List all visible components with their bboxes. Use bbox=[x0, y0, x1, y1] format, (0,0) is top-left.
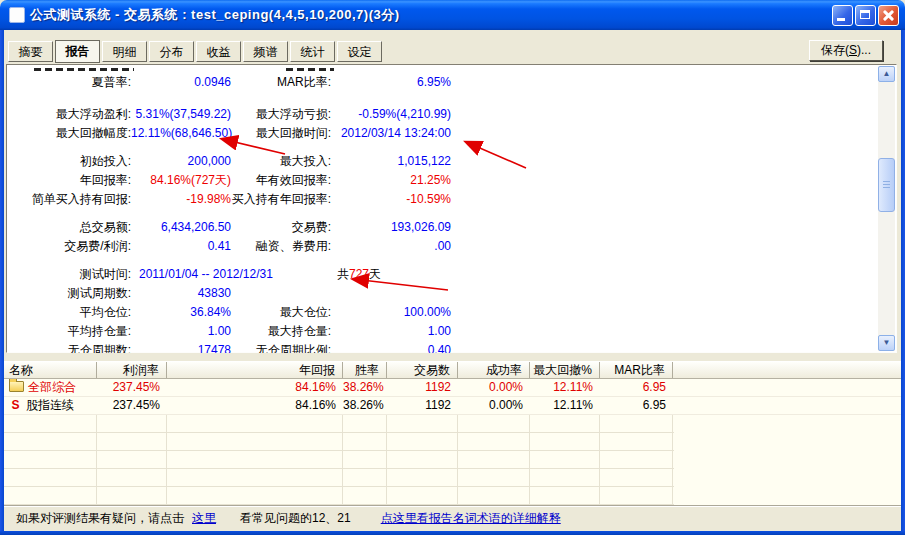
stat-value: 43830 bbox=[131, 284, 231, 303]
empty-cell bbox=[387, 451, 458, 468]
stat-value: 1.00 bbox=[331, 322, 451, 341]
empty-cell bbox=[530, 469, 600, 486]
stat-label: 平均持仓量: bbox=[9, 322, 131, 341]
cell: 237.45% bbox=[97, 379, 167, 396]
empty-cell bbox=[530, 433, 600, 450]
tab-1[interactable]: 报告 bbox=[55, 40, 100, 63]
empty-cell bbox=[387, 433, 458, 450]
row-name: 股指连续 bbox=[26, 398, 74, 412]
vertical-scrollbar[interactable]: ▲ ▼ bbox=[878, 66, 895, 351]
column-header-5[interactable]: 成功率 bbox=[458, 362, 530, 378]
stats-row: 初始投入:200,000最大投入:1,015,122 bbox=[9, 152, 876, 171]
stat-value: 1.00 bbox=[131, 322, 231, 341]
empty-cell bbox=[343, 433, 387, 450]
empty-cell bbox=[387, 415, 458, 432]
stat-value: 12.11%(68,646.50) bbox=[131, 124, 231, 143]
empty-row bbox=[4, 451, 674, 469]
empty-cell bbox=[343, 487, 387, 504]
column-header-2[interactable]: 年回报 bbox=[167, 362, 343, 378]
name-cell: 全部综合 bbox=[4, 379, 97, 396]
tab-6[interactable]: 统计 bbox=[290, 41, 335, 62]
cell: 0.00% bbox=[458, 379, 530, 396]
tab-4[interactable]: 收益 bbox=[196, 41, 241, 62]
tab-0[interactable]: 摘要 bbox=[8, 41, 53, 62]
stat-value: 84.16%(727天) bbox=[131, 171, 231, 190]
stat-label: 测试周期数: bbox=[9, 284, 131, 303]
stat-value-seg: 727 bbox=[349, 267, 369, 281]
stat-label: 最大持仓量: bbox=[231, 322, 331, 341]
tab-2[interactable]: 明细 bbox=[102, 41, 147, 62]
stat-value-seg: 天 bbox=[369, 267, 381, 281]
clipped-text-remnant bbox=[286, 68, 334, 71]
tab-5[interactable]: 频谱 bbox=[243, 41, 288, 62]
empty-row bbox=[4, 433, 674, 451]
status-bar: 如果对评测结果有疑问，请点击 这里 看常见问题的12、21 点这里看报告名词术语… bbox=[4, 505, 901, 531]
cell: 6.95 bbox=[600, 379, 673, 396]
column-header-0[interactable]: 名称 bbox=[4, 362, 97, 378]
window-controls bbox=[832, 5, 899, 26]
column-header-6[interactable]: 最大回撤% bbox=[530, 362, 600, 378]
table-row[interactable]: 全部综合237.45%84.16%38.26%11920.00%12.11%6.… bbox=[4, 379, 901, 397]
stat-label: 年有效回报率: bbox=[231, 171, 331, 190]
empty-cell bbox=[4, 433, 97, 450]
empty-cell bbox=[458, 469, 530, 486]
stat-value: 2012/03/14 13:24:00 bbox=[331, 124, 451, 143]
folder-icon bbox=[9, 381, 24, 392]
stats-row: 测试周期数:43830 bbox=[9, 284, 876, 303]
close-button[interactable] bbox=[878, 5, 899, 26]
empty-cell bbox=[387, 487, 458, 504]
stat-value: 193,026.09 bbox=[331, 218, 451, 237]
empty-cell bbox=[4, 451, 97, 468]
stat-label: 夏普率: bbox=[9, 73, 131, 92]
stats-row: 年回报率:84.16%(727天)年有效回报率:21.25% bbox=[9, 171, 876, 190]
cell: 38.26% bbox=[343, 397, 387, 414]
column-header-3[interactable]: 胜率 bbox=[343, 362, 387, 378]
table-row[interactable]: S股指连续237.45%84.16%38.26%11920.00%12.11%6… bbox=[4, 397, 901, 415]
cell: 84.16% bbox=[167, 397, 343, 414]
stat-value-seg: 2011/01/04 -- 2012/12/31 bbox=[131, 265, 327, 284]
stat-label: MAR比率: bbox=[231, 73, 331, 92]
empty-cell bbox=[4, 487, 97, 504]
stats-grid: 夏普率:0.0946MAR比率:6.95%最大浮动盈利:5.31%(37,549… bbox=[9, 73, 876, 360]
stat-label: 简单买入持有回报: bbox=[9, 190, 131, 209]
scroll-down-button[interactable]: ▼ bbox=[878, 335, 895, 351]
faq-here-link[interactable]: 这里 bbox=[192, 510, 216, 527]
empty-cell bbox=[600, 451, 673, 468]
stat-label: 最大回撤幅度: bbox=[9, 124, 131, 143]
scrollbar-thumb[interactable] bbox=[878, 158, 895, 212]
empty-cell bbox=[97, 451, 167, 468]
stat-label: 交易费/利润: bbox=[9, 237, 131, 256]
column-header-1[interactable]: 利润率 bbox=[97, 362, 167, 378]
empty-cell bbox=[600, 487, 673, 504]
stat-value: -0.59%(4,210.99) bbox=[331, 105, 451, 124]
maximize-button[interactable] bbox=[855, 5, 876, 26]
column-header-4[interactable]: 交易数 bbox=[387, 362, 458, 378]
table-header: 名称利润率年回报胜率交易数成功率最大回撤%MAR比率 bbox=[4, 361, 901, 379]
empty-cell bbox=[343, 469, 387, 486]
empty-cell bbox=[458, 433, 530, 450]
stats-row: 简单买入持有回报:-19.98%买入持有年回报率:-10.59% bbox=[9, 190, 876, 209]
column-header-7[interactable]: MAR比率 bbox=[600, 362, 673, 378]
stat-label: 平均仓位: bbox=[9, 303, 131, 322]
report-panel: 夏普率:0.0946MAR比率:6.95%最大浮动盈利:5.31%(37,549… bbox=[6, 64, 897, 353]
empty-cell bbox=[167, 469, 343, 486]
scroll-up-button[interactable]: ▲ bbox=[878, 66, 895, 82]
stats-row: 最大浮动盈利:5.31%(37,549.22)最大浮动亏损:-0.59%(4,2… bbox=[9, 105, 876, 124]
empty-cell bbox=[458, 451, 530, 468]
stats-row: 平均持仓量:1.00最大持仓量:1.00 bbox=[9, 322, 876, 341]
cell: 12.11% bbox=[530, 379, 600, 396]
stat-label: 最大浮动盈利: bbox=[9, 105, 131, 124]
stat-value: 36.84% bbox=[131, 303, 231, 322]
stat-value-seg: 共 bbox=[337, 267, 349, 281]
glossary-link[interactable]: 点这里看报告名词术语的详细解释 bbox=[381, 510, 561, 527]
minimize-icon bbox=[837, 18, 845, 21]
stat-value: 0.0946 bbox=[131, 73, 231, 92]
tab-3[interactable]: 分布 bbox=[149, 41, 194, 62]
minimize-button[interactable] bbox=[832, 5, 853, 26]
save-button[interactable]: 保存(S)... bbox=[809, 40, 883, 61]
stats-row: 总交易额:6,434,206.50交易费:193,026.09 bbox=[9, 218, 876, 237]
empty-cell bbox=[530, 415, 600, 432]
window-border-right bbox=[901, 30, 905, 535]
stat-label: 总交易额: bbox=[9, 218, 131, 237]
tab-7[interactable]: 设定 bbox=[337, 41, 382, 62]
